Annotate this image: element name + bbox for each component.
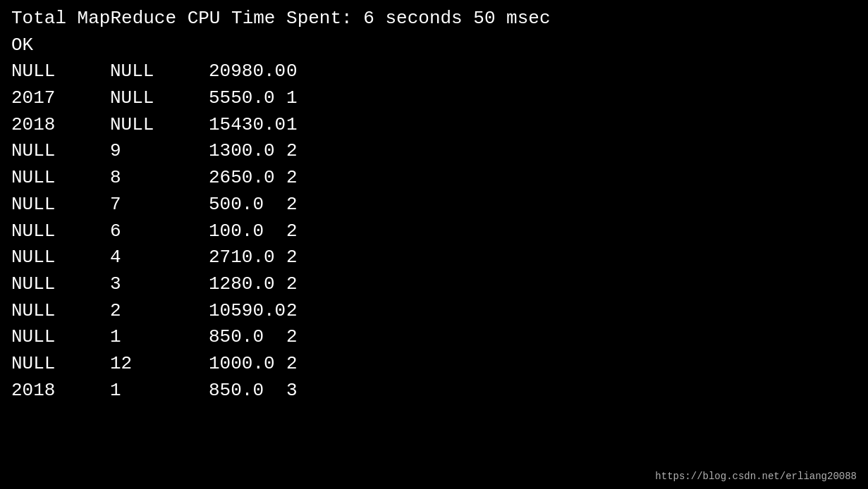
col3-value: 850.0 xyxy=(209,324,286,351)
col3-value: 100.0 xyxy=(209,218,286,245)
col4-value: 0 xyxy=(286,58,329,85)
table-row: NULL210590.02 xyxy=(11,298,857,325)
table-row: NULL7500.02 xyxy=(11,192,857,218)
col3-value: 10590.0 xyxy=(209,298,286,325)
col1-value: NULL xyxy=(11,165,110,192)
col1-value: NULL xyxy=(11,298,110,325)
col4-value: 2 xyxy=(286,244,329,271)
col1-value: NULL xyxy=(11,271,110,298)
col2-value: NULL xyxy=(110,85,209,112)
col4-value: 1 xyxy=(286,112,329,139)
col1-value: 2018 xyxy=(11,378,110,404)
table-row: NULL42710.02 xyxy=(11,244,857,271)
col2-value: 4 xyxy=(110,244,209,271)
col4-value: 2 xyxy=(286,138,329,165)
col3-value: 1000.0 xyxy=(209,351,286,378)
col2-value: 1 xyxy=(110,324,209,351)
col4-value: 2 xyxy=(286,192,329,218)
col4-value: 2 xyxy=(286,271,329,298)
terminal-output: Total MapReduce CPU Time Spent: 6 second… xyxy=(11,6,857,404)
col3-value: 20980.0 xyxy=(209,58,286,85)
table-row: 2018NULL15430.01 xyxy=(11,112,857,139)
col1-value: 2017 xyxy=(11,85,110,112)
table-row: NULL31280.02 xyxy=(11,271,857,298)
col3-value: 2710.0 xyxy=(209,244,286,271)
col2-value: NULL xyxy=(110,112,209,139)
col3-value: 2650.0 xyxy=(209,165,286,192)
col4-value: 2 xyxy=(286,324,329,351)
col1-value: NULL xyxy=(11,324,110,351)
col1-value: NULL xyxy=(11,58,110,85)
col2-value: NULL xyxy=(110,58,209,85)
col3-value: 5550.0 xyxy=(209,85,286,112)
table-row: NULL121000.02 xyxy=(11,351,857,378)
col2-value: 2 xyxy=(110,298,209,325)
col1-value: NULL xyxy=(11,218,110,245)
col3-value: 1300.0 xyxy=(209,138,286,165)
col2-value: 12 xyxy=(110,351,209,378)
col4-value: 1 xyxy=(286,85,329,112)
table-row: NULL91300.02 xyxy=(11,138,857,165)
col2-value: 6 xyxy=(110,218,209,245)
col4-value: 2 xyxy=(286,165,329,192)
data-table: NULLNULL20980.002017NULL5550.012018NULL1… xyxy=(11,58,857,404)
table-row: NULL82650.02 xyxy=(11,165,857,192)
col4-value: 2 xyxy=(286,298,329,325)
col4-value: 3 xyxy=(286,378,329,404)
col2-value: 1 xyxy=(110,378,209,404)
header-line: Total MapReduce CPU Time Spent: 6 second… xyxy=(11,6,857,32)
col4-value: 2 xyxy=(286,351,329,378)
col2-value: 3 xyxy=(110,271,209,298)
table-row: 20181850.03 xyxy=(11,378,857,404)
col3-value: 15430.0 xyxy=(209,112,286,139)
col1-value: NULL xyxy=(11,351,110,378)
table-row: NULL6100.02 xyxy=(11,218,857,245)
col1-value: NULL xyxy=(11,244,110,271)
col1-value: NULL xyxy=(11,138,110,165)
table-row: NULL1850.02 xyxy=(11,324,857,351)
col4-value: 2 xyxy=(286,218,329,245)
table-row: NULLNULL20980.00 xyxy=(11,58,857,85)
table-row: 2017NULL5550.01 xyxy=(11,85,857,112)
col2-value: 9 xyxy=(110,138,209,165)
col1-value: NULL xyxy=(11,192,110,218)
col1-value: 2018 xyxy=(11,112,110,139)
watermark: https://blog.csdn.net/erliang20088 xyxy=(655,471,857,482)
col2-value: 7 xyxy=(110,192,209,218)
col3-value: 1280.0 xyxy=(209,271,286,298)
col2-value: 8 xyxy=(110,165,209,192)
col3-value: 500.0 xyxy=(209,192,286,218)
ok-line: OK xyxy=(11,32,857,59)
col3-value: 850.0 xyxy=(209,378,286,404)
